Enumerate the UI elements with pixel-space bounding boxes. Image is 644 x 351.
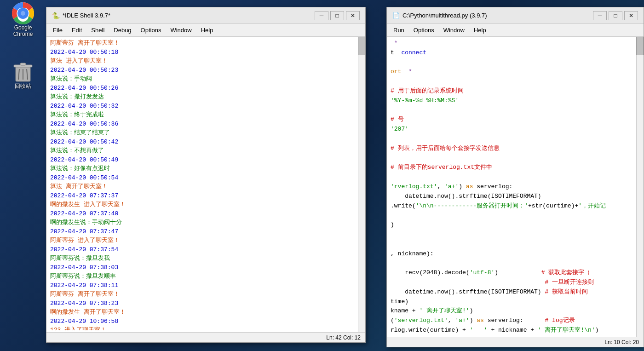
shell-line: 啊的撒发生说：手动阀十分 xyxy=(50,218,362,227)
idle-shell-title: 🐍 *IDLE Shell 3.9.7* xyxy=(52,12,110,19)
code-line xyxy=(391,77,632,86)
editor-menu-help[interactable]: Help xyxy=(469,25,491,35)
idle-icon: 🐍 xyxy=(52,12,60,19)
idle-shell-content[interactable]: 阿斯蒂芬 离开了聊天室！2022-04-20 00:50:18算法 进入了聊天室… xyxy=(46,37,365,332)
shell-line: 2022-04-20 00:50:42 xyxy=(50,138,362,147)
python-icon: 📄 xyxy=(392,12,400,19)
shell-line: 2022-04-20 00:50:49 xyxy=(50,155,362,165)
idle-shell-menubar: File Edit Shell Debug Options Window Hel… xyxy=(46,24,365,37)
shell-line: 阿斯蒂芬 离开了聊天室！ xyxy=(50,39,362,48)
code-line: kname + ' 离开了聊天室!') xyxy=(391,306,632,316)
editor-ln-col: Ln: 10 Col: 20 xyxy=(604,339,639,345)
close-button[interactable]: ✕ xyxy=(346,11,360,20)
shell-line: 2022-04-20 00:50:26 xyxy=(50,84,362,93)
shell-line: 2022-04-20 07:37:40 xyxy=(50,209,362,219)
code-line: '207' xyxy=(391,125,632,134)
code-line: datetime.now().strftime(ISOTIMEFORMAT) #… xyxy=(391,288,632,297)
code-line: ort * xyxy=(391,67,632,77)
shell-line: 2022-04-20 00:50:54 xyxy=(50,173,362,183)
editor-scroll-area[interactable]: *t connect ort * # 用于后面的记录系统时间'%Y-%m-%d … xyxy=(391,39,640,335)
editor-scrollbar[interactable] xyxy=(636,37,644,337)
shell-line: 2022-04-20 10:06:58 xyxy=(50,317,362,326)
code-line: ) xyxy=(391,220,632,230)
editor-minimize-button[interactable]: ─ xyxy=(593,11,607,20)
code-line: '%Y-%m-%d %H:%M:%S' xyxy=(391,96,632,106)
shell-line: 算法说：不想再做了 xyxy=(50,146,362,155)
editor-scrollbar-thumb[interactable] xyxy=(636,37,644,55)
chrome-icon-svg xyxy=(12,2,34,24)
menu-file[interactable]: File xyxy=(48,25,67,35)
shell-line: 算法说：撒打发发达 xyxy=(50,92,362,102)
code-line: .write('\n\n------------服务器打开时间：'+str(cu… xyxy=(391,201,632,211)
minimize-button[interactable]: ─ xyxy=(315,11,328,20)
shell-line: 阿斯蒂芬说：撒旦发顺丰 xyxy=(50,272,362,281)
editor-menu-window[interactable]: Window xyxy=(439,25,469,35)
menu-options[interactable]: Options xyxy=(136,25,166,35)
shell-line: 算法 进入了聊天室！ xyxy=(50,57,362,66)
recycle-bin-label: 回收站 xyxy=(15,82,31,90)
editor-menu-options[interactable]: Options xyxy=(409,25,439,35)
shell-scrollbar-thumb[interactable] xyxy=(358,37,365,55)
code-line xyxy=(391,106,632,115)
svg-point-3 xyxy=(21,11,25,16)
menu-edit[interactable]: Edit xyxy=(67,25,86,35)
code-line: time) xyxy=(391,297,632,307)
chrome-icon[interactable]: Google Chrome xyxy=(5,2,41,37)
desktop: Google Chrome 回收站 🐍 *IDLE xyxy=(0,0,644,351)
editor-close-button[interactable]: ✕ xyxy=(624,11,638,20)
code-line xyxy=(391,154,632,163)
code-line: # 用于后面的记录系统时间 xyxy=(391,86,632,96)
maximize-button[interactable]: □ xyxy=(330,11,344,20)
shell-line: 算法说：手动阀 xyxy=(50,75,362,84)
editor-menu-run[interactable]: Run xyxy=(389,25,409,35)
shell-line: 2022-04-20 07:38:11 xyxy=(50,281,362,290)
editor-maximize-button[interactable]: □ xyxy=(609,11,622,20)
code-line: rlog.write(curtime) + ' ' + nickname + '… xyxy=(391,326,632,335)
code-line xyxy=(391,134,632,144)
code-line: # 前目录下的serverlog.txt文件中 xyxy=(391,163,632,173)
code-line: t connect xyxy=(391,48,632,58)
code-line: datetime.now().strftime(ISOTIMEFORMAT) xyxy=(391,192,632,201)
shell-line: 2022-04-20 07:37:47 xyxy=(50,227,362,236)
shell-line: 算法说：终于完成啦 xyxy=(50,110,362,120)
shell-scroll-area[interactable]: 阿斯蒂芬 离开了聊天室！2022-04-20 00:50:18算法 进入了聊天室… xyxy=(50,39,362,330)
menu-shell[interactable]: Shell xyxy=(86,25,109,35)
shell-line: 2022-04-20 07:37:37 xyxy=(50,191,362,201)
recycle-bin-icon[interactable]: 回收站 xyxy=(5,60,41,90)
shell-line: 阿斯蒂芬 进入了聊天室！ xyxy=(50,236,362,245)
shell-line: 阿斯蒂芬 离开了聊天室！ xyxy=(50,290,362,299)
menu-debug[interactable]: Debug xyxy=(109,25,136,35)
shell-scrollbar[interactable] xyxy=(358,37,365,332)
editor-controls: ─ □ ✕ xyxy=(593,11,638,20)
menu-help[interactable]: Help xyxy=(196,25,218,35)
code-line xyxy=(391,58,632,68)
code-line: 'rverlog.txt', 'a+') as serverlog: xyxy=(391,182,632,192)
code-line xyxy=(391,211,632,220)
recycle-bin-svg xyxy=(13,60,33,82)
shell-line: 2022-04-20 00:50:36 xyxy=(50,120,362,129)
code-line: * xyxy=(391,39,632,48)
shell-line: 2022-04-20 07:37:54 xyxy=(50,245,362,254)
shell-line: 啊的撒发生 进入了聊天室！ xyxy=(50,200,362,209)
shell-line: 2022-04-20 00:50:32 xyxy=(50,102,362,111)
code-line: ('serverlog.txt', 'a+') as serverlog: # … xyxy=(391,316,632,326)
svg-rect-6 xyxy=(20,63,26,65)
code-line: # 列表，用于后面给每个套接字发送信息 xyxy=(391,144,632,154)
python-editor-content[interactable]: *t connect ort * # 用于后面的记录系统时间'%Y-%m-%d … xyxy=(387,37,644,337)
menu-window[interactable]: Window xyxy=(166,25,196,35)
shell-line: 2022-04-20 00:50:18 xyxy=(50,48,362,57)
shell-line: 算法说：好像有点迟时 xyxy=(50,164,362,173)
code-line: , nickname): xyxy=(391,249,632,259)
code-line xyxy=(391,230,632,240)
shell-line: 算法 离开了聊天室！ xyxy=(50,182,362,191)
code-line xyxy=(391,173,632,182)
code-line: # 一旦断开连接则 xyxy=(391,278,632,288)
shell-line: 2022-04-20 07:38:23 xyxy=(50,299,362,308)
code-line xyxy=(391,240,632,249)
shell-line: 2022-04-20 00:50:23 xyxy=(50,66,362,75)
idle-shell-statusbar: Ln: 42 Col: 12 xyxy=(46,332,365,342)
shell-line: 阿斯蒂芬说：撒旦发我 xyxy=(50,254,362,263)
python-editor-window: 📄 C:\Python\multithread.py (3.9.7) ─ □ ✕… xyxy=(386,7,644,347)
python-editor-statusbar: Ln: 10 Col: 20 xyxy=(387,337,644,347)
idle-ln-col: Ln: 42 Col: 12 xyxy=(326,334,361,341)
